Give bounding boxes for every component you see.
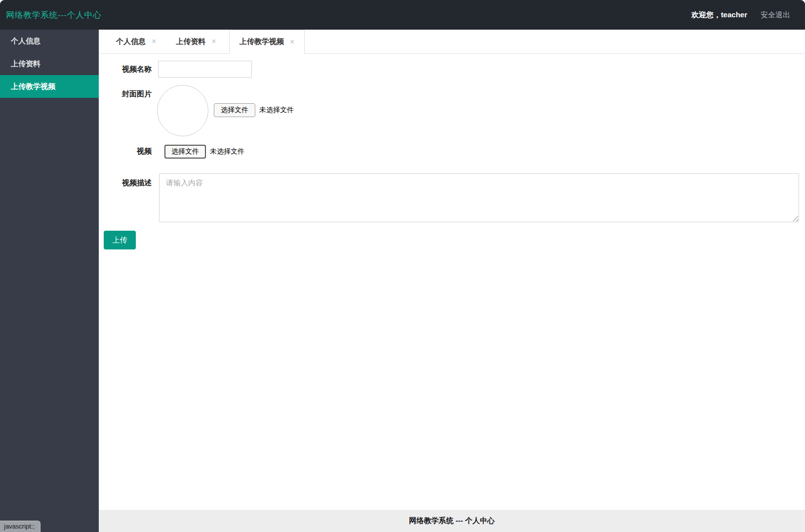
tab-label: 个人信息 bbox=[116, 37, 146, 46]
choose-file-button[interactable]: 选择文件 bbox=[164, 145, 206, 159]
close-icon[interactable]: × bbox=[152, 38, 156, 45]
video-description-textarea[interactable] bbox=[159, 173, 799, 222]
footer-text: 网络教学系统 --- 个人中心 bbox=[409, 516, 494, 526]
choose-file-button[interactable]: 选择文件 bbox=[214, 103, 255, 117]
app-title: 网络教学系统---个人中心 bbox=[6, 9, 101, 21]
tab-bar: 个人信息 × 上传资料 × 上传教学视频 × bbox=[99, 30, 805, 54]
close-icon[interactable]: × bbox=[290, 38, 294, 46]
video-file-input: 选择文件 未选择文件 bbox=[164, 145, 244, 159]
close-icon[interactable]: × bbox=[211, 38, 216, 45]
cover-preview-placeholder bbox=[157, 85, 208, 136]
logout-link[interactable]: 安全退出 bbox=[761, 10, 790, 20]
no-file-chosen-text: 未选择文件 bbox=[210, 147, 244, 156]
sidebar: 个人信息 上传资料 上传教学视频 bbox=[0, 30, 99, 532]
tab-upload-material[interactable]: 上传资料 × bbox=[166, 30, 226, 53]
tab-label: 上传教学视频 bbox=[240, 37, 284, 46]
video-file-label: 视频 bbox=[99, 147, 152, 155]
cover-image-label: 封面图片 bbox=[99, 89, 152, 98]
main-content: 个人信息 × 上传资料 × 上传教学视频 × 视频名称 封面图片 选择文件 未选… bbox=[99, 30, 805, 532]
app-header: 网络教学系统---个人中心 欢迎您，teacher 安全退出 bbox=[0, 0, 805, 30]
welcome-text: 欢迎您，teacher bbox=[691, 10, 747, 20]
sidebar-item-upload-material[interactable]: 上传资料 bbox=[0, 52, 99, 75]
sidebar-item-upload-video[interactable]: 上传教学视频 bbox=[0, 75, 99, 98]
status-bar-link-preview: javascript:; bbox=[0, 521, 40, 532]
tab-upload-video[interactable]: 上传教学视频 × bbox=[229, 30, 305, 54]
sidebar-item-personal-info[interactable]: 个人信息 bbox=[0, 30, 99, 52]
upload-button[interactable]: 上传 bbox=[104, 231, 136, 249]
tab-label: 上传资料 bbox=[176, 37, 205, 46]
cover-file-input: 选择文件 未选择文件 bbox=[214, 103, 294, 117]
video-description-label: 视频描述 bbox=[99, 178, 152, 187]
page: 网络教学系统---个人中心 欢迎您，teacher 安全退出 个人信息 上传资料… bbox=[0, 0, 805, 532]
video-name-input[interactable] bbox=[158, 61, 252, 78]
header-right: 欢迎您，teacher 安全退出 bbox=[691, 10, 790, 20]
no-file-chosen-text: 未选择文件 bbox=[259, 106, 294, 115]
tab-personal-info[interactable]: 个人信息 × bbox=[106, 30, 166, 53]
page-footer: 网络教学系统 --- 个人中心 bbox=[99, 510, 805, 532]
video-name-label: 视频名称 bbox=[99, 65, 152, 73]
